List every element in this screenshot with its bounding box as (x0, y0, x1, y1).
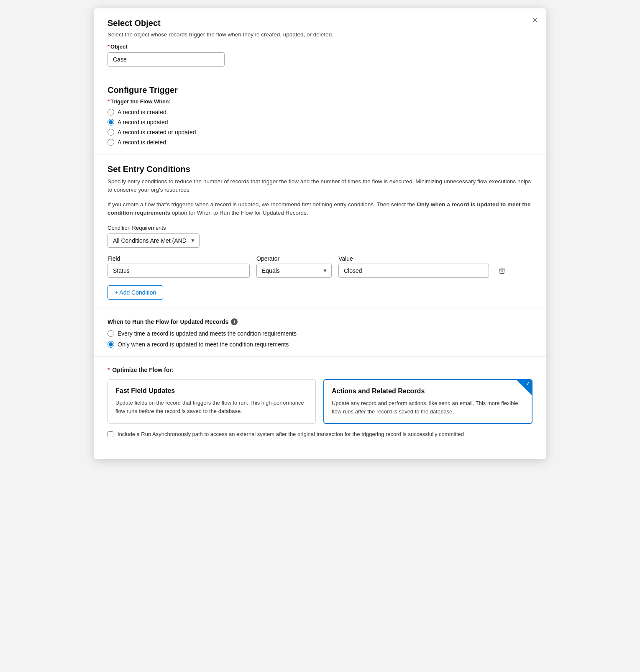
field-group: Field (108, 255, 250, 278)
actions-related-card[interactable]: Actions and Related Records Update any r… (323, 379, 532, 424)
condition-req-select[interactable]: All Conditions Are Met (AND) (108, 233, 200, 248)
trigger-option-updated[interactable]: A record is updated (108, 119, 532, 126)
entry-conditions-desc2: If you create a flow that's triggered wh… (108, 200, 532, 218)
entry-desc2-post: option for When to Run the Flow for Upda… (170, 210, 308, 216)
trigger-radio-deleted[interactable] (108, 139, 114, 146)
trigger-when-label: *Trigger the Flow When: (108, 98, 532, 105)
async-label: Include a Run Asynchronously path to acc… (118, 431, 464, 438)
operator-label: Operator (256, 255, 332, 262)
field-label: Field (108, 255, 250, 262)
select-object-section: Select Object Select the object whose re… (94, 8, 546, 75)
required-star: * (108, 44, 110, 50)
add-condition-button[interactable]: + Add Condition (108, 285, 163, 300)
entry-desc2-pre: If you create a flow that's triggered wh… (108, 201, 417, 208)
trigger-radio-updated[interactable] (108, 119, 114, 126)
modal-container: × Select Object Select the object whose … (94, 8, 546, 459)
entry-conditions-title: Set Entry Conditions (108, 164, 532, 174)
when-to-run-heading-text: When to Run the Flow for Updated Records (108, 318, 228, 325)
async-checkbox[interactable] (108, 431, 113, 437)
object-field-label: *Object (108, 44, 532, 50)
condition-row: Field Operator Equals ▼ Value (108, 255, 532, 278)
operator-select[interactable]: Equals (256, 264, 332, 278)
selected-checkmark (517, 380, 532, 395)
trigger-created-label: A record is created (118, 109, 166, 115)
configure-trigger-title: Configure Trigger (108, 85, 532, 95)
trigger-radio-group: A record is created A record is updated … (108, 109, 532, 146)
trash-icon (498, 267, 506, 274)
svg-rect-1 (501, 268, 503, 269)
when-to-run-heading: When to Run the Flow for Updated Records… (108, 318, 532, 325)
condition-req-select-wrapper: All Conditions Are Met (AND) ▼ (108, 233, 200, 248)
trigger-option-created[interactable]: A record is created (108, 109, 532, 115)
fast-field-desc: Update fields on the record that trigger… (115, 399, 308, 415)
optimize-required-star: * (108, 367, 110, 373)
optimize-heading-text: Optimize the Flow for: (112, 367, 174, 373)
optimize-section: * Optimize the Flow for: Fast Field Upda… (94, 357, 546, 446)
entry-conditions-section: Set Entry Conditions Specify entry condi… (94, 154, 546, 308)
trigger-radio-created-or-updated[interactable] (108, 129, 114, 136)
object-input[interactable] (108, 52, 225, 67)
trigger-radio-created[interactable] (108, 109, 114, 115)
delete-condition-button[interactable] (496, 264, 508, 277)
entry-conditions-desc1: Specify entry conditions to reduce the n… (108, 177, 532, 195)
field-input[interactable] (108, 264, 250, 278)
when-only-when-label: Only when a record is updated to meet th… (118, 341, 289, 348)
select-object-description: Select the object whose records trigger … (108, 31, 532, 38)
required-star-trigger: * (108, 98, 110, 105)
fast-field-title: Fast Field Updates (115, 387, 308, 395)
optimize-heading: * Optimize the Flow for: (108, 367, 532, 373)
value-label: Value (338, 255, 489, 262)
trigger-option-created-or-updated[interactable]: A record is created or updated (108, 129, 532, 136)
actions-related-title: Actions and Related Records (332, 387, 524, 395)
when-to-run-section: When to Run the Flow for Updated Records… (94, 308, 546, 357)
value-group: Value (338, 255, 489, 278)
when-only-when-option[interactable]: Only when a record is updated to meet th… (108, 341, 532, 348)
operator-group: Operator Equals ▼ (256, 255, 332, 278)
info-icon[interactable]: i (231, 318, 238, 325)
fast-field-card[interactable]: Fast Field Updates Update fields on the … (108, 379, 316, 424)
when-every-time-radio[interactable] (108, 330, 114, 337)
async-row: Include a Run Asynchronously path to acc… (108, 431, 532, 438)
condition-req-label: Condition Requirements (108, 225, 532, 231)
configure-trigger-section: Configure Trigger *Trigger the Flow When… (94, 75, 546, 154)
operator-select-wrapper: Equals ▼ (256, 264, 332, 278)
trigger-option-deleted[interactable]: A record is deleted (108, 139, 532, 146)
optimize-cards-container: Fast Field Updates Update fields on the … (108, 379, 532, 424)
trigger-updated-label: A record is updated (118, 119, 168, 126)
when-only-when-radio[interactable] (108, 341, 114, 348)
value-input[interactable] (338, 264, 489, 278)
select-object-title: Select Object (108, 18, 532, 28)
when-every-time-option[interactable]: Every time a record is updated and meets… (108, 330, 532, 337)
trigger-created-or-updated-label: A record is created or updated (118, 129, 196, 136)
when-to-run-radio-group: Every time a record is updated and meets… (108, 330, 532, 348)
trigger-deleted-label: A record is deleted (118, 139, 166, 146)
when-every-time-label: Every time a record is updated and meets… (118, 330, 297, 337)
actions-related-desc: Update any record and perform actions, l… (332, 399, 524, 416)
